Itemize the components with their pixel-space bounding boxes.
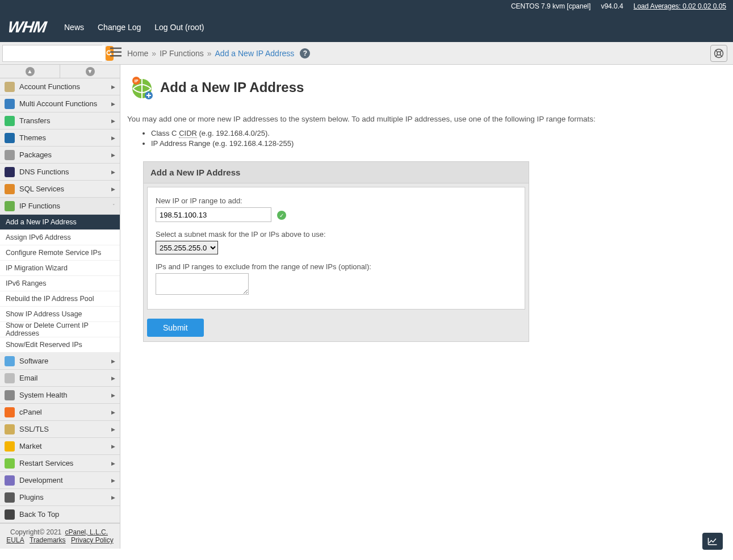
sidebar-group-icon	[5, 407, 15, 417]
chevron-right-icon: ▶	[111, 409, 115, 415]
sidebar-group-label: Market	[19, 442, 42, 450]
sidebar-item-add-a-new-ip-address[interactable]: Add a New IP Address	[0, 215, 120, 230]
sidebar-group-icon	[5, 116, 15, 126]
svg-rect-3	[110, 51, 122, 53]
sidebar-group-icon	[5, 509, 15, 520]
main-header: WHM News Change Log Log Out (root)	[0, 12, 733, 42]
nav-news[interactable]: News	[64, 23, 84, 32]
chevron-right-icon: ▶	[111, 478, 115, 483]
chevron-right-icon: ▶	[111, 461, 115, 466]
eula-link[interactable]: EULA	[6, 536, 24, 544]
sidebar-group-ssl-tls[interactable]: SSL/TLS▶	[0, 421, 120, 438]
chart-icon	[707, 537, 718, 546]
chevron-right-icon: ▶	[111, 101, 115, 107]
sidebar-group-label: Development	[19, 476, 63, 484]
svg-rect-4	[110, 55, 122, 57]
sidebar-group-email[interactable]: Email▶	[0, 370, 120, 387]
sidebar-group-ip-functions[interactable]: IP Functions˅	[0, 198, 120, 215]
sidebar-group-label: System Health	[19, 391, 68, 399]
sidebar-collapse-all[interactable]: ▲	[0, 65, 60, 78]
sidebar-group-multi-account-functions[interactable]: Multi Account Functions▶	[0, 95, 120, 112]
page-header: IP Add a New IP Address	[127, 75, 723, 100]
add-ip-panel: Add a New IP Address New IP or IP range …	[143, 161, 529, 342]
sidebar-item-ipv6-ranges[interactable]: IPv6 Ranges	[0, 276, 120, 291]
sidebar-footer: Copyright© 2021 cPanel, L.L.C. EULA Trad…	[0, 523, 120, 549]
main-content: IP Add a New IP Address You may add one …	[120, 65, 733, 549]
sidebar-item-show-ip-address-usage[interactable]: Show IP Address Usage	[0, 307, 120, 322]
sidebar-group-icon	[5, 475, 15, 486]
help-icon[interactable]: ?	[300, 48, 310, 58]
chevron-down-icon: ˅	[112, 203, 115, 209]
sidebar: ▲ ▼ Account Functions▶Multi Account Func…	[0, 65, 120, 549]
sidebar-group-icon	[5, 458, 15, 469]
sidebar-group-dns-functions[interactable]: DNS Functions▶	[0, 164, 120, 181]
sidebar-group-transfers[interactable]: Transfers▶	[0, 112, 120, 129]
copyright-text: Copyright© 2021	[10, 528, 64, 536]
sidebar-group-sql-services[interactable]: SQL Services▶	[0, 181, 120, 198]
breadcrumb-current: Add a New IP Address	[215, 49, 295, 58]
validation-check-icon: ✓	[277, 211, 286, 220]
sidebar-group-icon	[5, 356, 15, 366]
breadcrumb-section[interactable]: IP Functions	[160, 49, 204, 58]
menu-toggle-button[interactable]	[110, 47, 122, 59]
exclude-textarea[interactable]	[156, 273, 249, 295]
chevron-right-icon: ▶	[111, 152, 115, 158]
svg-text:IP: IP	[135, 79, 139, 83]
cidr-abbr[interactable]: CIDR	[179, 129, 197, 138]
sidebar-group-system-health[interactable]: System Health▶	[0, 387, 120, 404]
sidebar-group-icon	[5, 390, 15, 400]
sidebar-group-plugins[interactable]: Plugins▶	[0, 489, 120, 506]
version-info: v94.0.4	[601, 2, 623, 10]
ip-input[interactable]	[156, 207, 271, 222]
sidebar-group-back-to-top[interactable]: Back To Top	[0, 506, 120, 523]
sidebar-expand-all[interactable]: ▼	[60, 65, 120, 78]
sidebar-group-account-functions[interactable]: Account Functions▶	[0, 78, 120, 95]
exclude-label: IPs and IP ranges to exclude from the ra…	[156, 262, 517, 271]
sidebar-item-configure-remote-service-ips[interactable]: Configure Remote Service IPs	[0, 245, 120, 261]
subnet-select[interactable]: 255.255.255.0	[156, 241, 218, 254]
sidebar-item-rebuild-the-ip-address-pool[interactable]: Rebuild the IP Address Pool	[0, 291, 120, 307]
down-arrow-icon: ▼	[86, 67, 95, 76]
whm-logo[interactable]: WHM	[7, 18, 47, 36]
sidebar-item-ip-migration-wizard[interactable]: IP Migration Wizard	[0, 261, 120, 276]
chevron-right-icon: ▶	[111, 392, 115, 398]
support-button[interactable]	[710, 45, 727, 62]
submit-button[interactable]: Submit	[147, 319, 204, 337]
sidebar-item-show-edit-reserved-ips[interactable]: Show/Edit Reserved IPs	[0, 337, 120, 353]
nav-change-log[interactable]: Change Log	[98, 23, 141, 32]
sidebar-group-label: SSL/TLS	[19, 425, 49, 433]
sidebar-group-development[interactable]: Development▶	[0, 472, 120, 489]
sidebar-item-show-or-delete-current-ip-addresses[interactable]: Show or Delete Current IP Addresses	[0, 322, 120, 337]
sidebar-group-market[interactable]: Market▶	[0, 438, 120, 455]
search-input[interactable]	[3, 45, 105, 61]
hint-range: IP Address Range (e.g. 192.168.4.128-255…	[151, 139, 723, 148]
sidebar-group-icon	[5, 150, 15, 160]
page-title: Add a New IP Address	[160, 80, 304, 95]
chevron-right-icon: ▶	[111, 444, 115, 449]
privacy-link[interactable]: Privacy Policy	[71, 536, 114, 544]
subnet-label: Select a subnet mask for the IP or IPs a…	[156, 230, 517, 239]
breadcrumb-home[interactable]: Home	[127, 49, 148, 58]
add-ip-page-icon: IP	[129, 75, 154, 100]
trademarks-link[interactable]: Trademarks	[30, 536, 66, 544]
sidebar-group-software[interactable]: Software▶	[0, 353, 120, 370]
sidebar-group-label: Restart Services	[19, 459, 73, 467]
sidebar-group-label: DNS Functions	[19, 168, 69, 176]
company-link[interactable]: cPanel, L.L.C.	[65, 528, 108, 536]
stats-fab-button[interactable]	[702, 533, 723, 549]
chevron-right-icon: ▶	[111, 358, 115, 364]
sidebar-group-icon	[5, 201, 15, 211]
sidebar-group-cpanel[interactable]: cPanel▶	[0, 404, 120, 421]
sidebar-group-label: Account Functions	[19, 82, 80, 91]
nav-log-out[interactable]: Log Out (root)	[154, 23, 204, 32]
sidebar-item-assign-ipv6-address[interactable]: Assign IPv6 Address	[0, 230, 120, 245]
sidebar-group-restart-services[interactable]: Restart Services▶	[0, 455, 120, 472]
sidebar-nav-arrows: ▲ ▼	[0, 65, 120, 78]
chevron-right-icon: ▶	[111, 135, 115, 141]
sidebar-group-packages[interactable]: Packages▶	[0, 147, 120, 164]
load-averages-link[interactable]: Load Averages: 0.02 0.02 0.05	[634, 2, 726, 10]
sidebar-group-label: Packages	[19, 151, 52, 159]
svg-rect-2	[110, 48, 122, 49]
sidebar-group-icon	[5, 82, 15, 92]
sidebar-group-themes[interactable]: Themes▶	[0, 129, 120, 147]
